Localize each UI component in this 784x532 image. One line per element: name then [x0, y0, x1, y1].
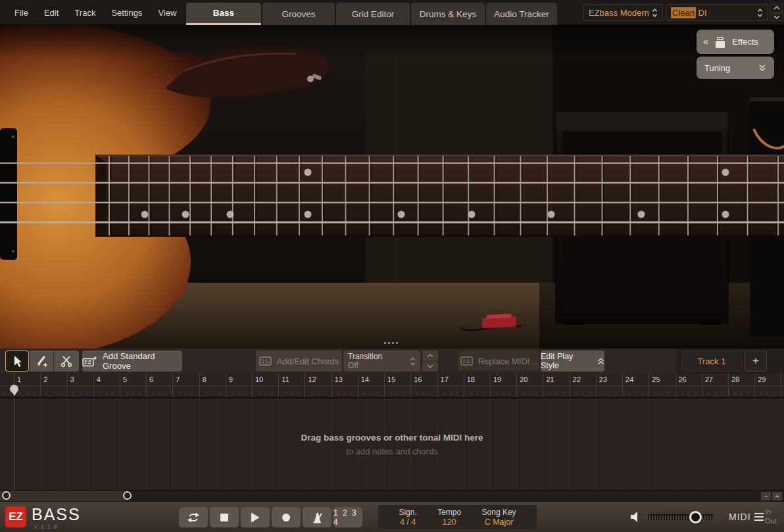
transition-stepper	[422, 351, 438, 372]
sound-value: Clean DI	[671, 8, 707, 18]
song-info-panel[interactable]: Sign. 4 / 4 Tempo 120 Song Key C Major	[378, 505, 537, 529]
effects-button[interactable]: « Effects	[697, 30, 774, 54]
midi-menu-icon[interactable]	[754, 513, 764, 523]
play-icon	[251, 512, 260, 523]
midi-label: MIDI	[729, 512, 751, 522]
ruler-bar-label: 19	[493, 375, 501, 383]
tab-drums-keys[interactable]: Drums & Keys	[411, 3, 485, 25]
tab-grooves[interactable]: Grooves	[262, 3, 335, 25]
menu-view[interactable]: View	[150, 8, 184, 18]
chevron-updown-icon	[410, 356, 416, 366]
ezbass-app: FileEditTrackSettingsViewHelp BassGroove…	[0, 0, 784, 532]
effects-pedal-icon	[713, 36, 727, 49]
double-chevron-down-icon	[758, 64, 766, 72]
tempo-display: Tempo 120	[437, 508, 461, 527]
transition-label: Transition	[348, 352, 382, 361]
add-track-button[interactable]: +	[745, 351, 767, 372]
ruler-divider	[0, 385, 784, 386]
stop-button[interactable]	[210, 507, 239, 527]
ruler-bar-label: 6	[149, 375, 153, 383]
tab-grid-editor[interactable]: Grid Editor	[336, 3, 410, 25]
edit-play-style-label: Edit Play Style	[541, 352, 593, 370]
sound-dropdown[interactable]: Clean DI	[666, 4, 768, 21]
pencil-plus-icon	[35, 354, 49, 368]
tab-audio-tracker[interactable]: Audio Tracker	[486, 3, 557, 25]
stepper-down-button[interactable]	[422, 362, 438, 372]
menu-edit[interactable]: Edit	[36, 8, 66, 18]
menu-file[interactable]: File	[7, 8, 36, 18]
playhead-pin[interactable]	[10, 385, 18, 393]
midi-out-label: Out	[765, 516, 777, 525]
midi-block-icon	[460, 356, 473, 366]
stepper-up-button[interactable]	[422, 351, 438, 361]
chords-icon	[259, 356, 272, 366]
add-standard-groove-button[interactable]: Add Standard Groove	[82, 351, 182, 372]
cut-tool-button[interactable]	[54, 351, 79, 372]
ruler-bar-label: 29	[758, 375, 766, 383]
groove-plus-icon	[82, 356, 97, 367]
chevron-updown-icon	[652, 8, 658, 18]
preset-value: EZbass Modern	[589, 8, 649, 18]
sound-stepper	[770, 4, 783, 21]
ruler-bar-label: 21	[546, 375, 554, 383]
panel-resize-handle[interactable]	[384, 342, 398, 344]
scroll-handle-right[interactable]	[123, 491, 132, 500]
ruler-bar-label: 2	[43, 375, 47, 383]
record-button[interactable]	[272, 507, 301, 527]
scissors-icon	[60, 354, 73, 368]
ruler-bar-label: 13	[335, 375, 343, 383]
menu-track[interactable]: Track	[66, 8, 103, 18]
preset-dropdown[interactable]: EZbass Modern	[583, 4, 663, 21]
replace-midi-label: Replace MIDI...	[478, 356, 537, 366]
play-button[interactable]	[241, 507, 270, 527]
draw-tool-button[interactable]	[30, 351, 53, 372]
replace-midi-button[interactable]: Replace MIDI...	[458, 351, 539, 372]
scroll-range[interactable]	[0, 491, 128, 501]
ruler-bar-label: 25	[652, 375, 660, 383]
bass-logo-text: BASS	[32, 505, 81, 524]
add-edit-chords-label: Add/Edit Chords	[277, 356, 339, 366]
transition-dropdown[interactable]: Transition Off	[343, 351, 420, 372]
record-icon	[282, 513, 291, 522]
metronome-icon	[310, 512, 324, 523]
count-in-button[interactable]: 1 2 3 4	[333, 507, 362, 527]
zoom-out-button[interactable]: −	[761, 492, 771, 500]
tab-bass[interactable]: Bass	[186, 3, 261, 25]
track-tab[interactable]: Track 1	[681, 351, 742, 372]
ruler-bar-label: 11	[282, 375, 289, 383]
midi-io-indicator: In Out	[765, 507, 777, 525]
track-lane[interactable]: Drag bass grooves or other tonal MIDI he…	[0, 399, 784, 490]
ruler-bar-label: 23	[599, 375, 607, 383]
cursor-arrow-icon	[11, 354, 24, 368]
zoom-in-button[interactable]: +	[772, 492, 782, 500]
ruler-bar-label: 20	[520, 375, 527, 383]
ruler-bar-label: 3	[70, 375, 74, 383]
ruler-bar-label: 5	[123, 375, 127, 383]
volume-knob[interactable]	[689, 511, 702, 523]
volume-slider[interactable]	[648, 514, 714, 520]
tool-group	[5, 351, 79, 372]
ruler-bar-label: 1	[17, 375, 21, 383]
select-tool-button[interactable]	[5, 351, 29, 372]
metronome-button[interactable]	[303, 507, 331, 527]
tuning-button[interactable]: Tuning	[697, 57, 774, 79]
transition-value: Off	[348, 361, 382, 370]
add-edit-chords-button[interactable]: Add/Edit Chords	[256, 351, 342, 372]
loop-button[interactable]	[179, 507, 208, 527]
timeline-ruler[interactable]: 1234567891011121314151617181920212223242…	[0, 374, 784, 398]
stepper-down-button[interactable]	[770, 13, 783, 22]
speaker-icon[interactable]	[629, 510, 642, 523]
ruler-bar-label: 15	[387, 375, 395, 383]
scroll-handle-left[interactable]	[2, 491, 11, 500]
ruler-bar-label: 14	[361, 375, 369, 383]
stepper-up-button[interactable]	[770, 4, 783, 12]
ruler-bar-label: 27	[705, 375, 713, 383]
timeline-scrollbar[interactable]: − +	[0, 490, 784, 501]
edit-play-style-button[interactable]: Edit Play Style	[541, 351, 604, 372]
count-in-label: 1 2 3 4	[333, 508, 362, 527]
song-key-display: Song Key C Major	[482, 508, 516, 527]
chevron-updown-icon	[757, 8, 763, 18]
menu-settings[interactable]: Settings	[103, 8, 150, 18]
empty-state-subtitle: to add notes and chords	[0, 447, 784, 456]
track-tab-label: Track 1	[698, 356, 726, 366]
